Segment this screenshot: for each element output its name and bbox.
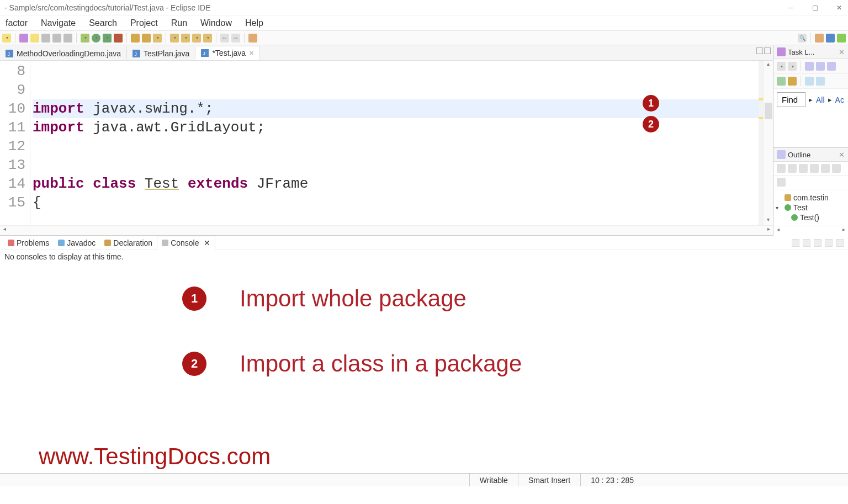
menu-window[interactable]: Window: [195, 16, 237, 30]
tab-console[interactable]: Console ✕: [157, 236, 215, 250]
close-view-icon[interactable]: ✕: [839, 151, 845, 159]
pin-console-icon[interactable]: [792, 239, 799, 247]
scrollbar-track[interactable]: [764, 70, 773, 216]
pin-icon[interactable]: [248, 34, 257, 43]
code-line[interactable]: [33, 62, 759, 81]
overview-ruler[interactable]: [759, 61, 763, 225]
open-task-icon[interactable]: [19, 34, 28, 43]
hide-static-icon[interactable]: [799, 164, 808, 173]
scrollbar-track[interactable]: [782, 226, 839, 236]
menu-run[interactable]: Run: [166, 16, 193, 30]
prev-annot-icon[interactable]: ⇦: [220, 34, 229, 43]
tab-problems[interactable]: Problems: [3, 236, 54, 250]
find-all-link[interactable]: All: [816, 96, 825, 104]
focus-icon[interactable]: [827, 62, 836, 71]
open-console-icon[interactable]: [814, 239, 822, 247]
dropdown-icon[interactable]: [788, 62, 797, 71]
schedule-icon[interactable]: [816, 62, 825, 71]
java-perspective-icon[interactable]: [826, 34, 835, 43]
next-annot-icon[interactable]: ⇨: [231, 34, 240, 43]
link-editor-icon[interactable]: [777, 178, 786, 187]
scroll-right-icon[interactable]: ▸: [839, 226, 848, 236]
outline-scrollbar[interactable]: ◂ ▸: [773, 226, 848, 236]
outline-item-class[interactable]: ▾ Test: [769, 203, 846, 213]
tab-declaration[interactable]: Declaration: [100, 236, 157, 250]
outline-item-method[interactable]: Test(): [776, 213, 846, 222]
scroll-down-icon[interactable]: ▾: [764, 216, 773, 225]
focus-icon[interactable]: [832, 164, 841, 173]
menu-navigate[interactable]: Navigate: [35, 16, 81, 30]
open-type-icon[interactable]: [153, 34, 162, 43]
code-area[interactable]: import javax.swing.*;import java.awt.Gri…: [30, 61, 759, 225]
menu-search[interactable]: Search: [83, 16, 123, 30]
annotation-marker[interactable]: [759, 117, 763, 119]
menu-refactor[interactable]: factor: [0, 16, 33, 30]
menu-help[interactable]: Help: [240, 16, 269, 30]
code-editor[interactable]: 8 9 10 11 12 13 14 15 import javax.swing…: [0, 61, 773, 225]
editor-tab-methodoverloading[interactable]: J MethodOverloadingDemo.java: [0, 47, 127, 60]
sort-icon[interactable]: [777, 164, 786, 173]
coverage-icon[interactable]: [103, 34, 112, 43]
close-icon[interactable]: ✕: [835, 4, 844, 12]
close-tab-icon[interactable]: ✕: [249, 50, 254, 57]
horizontal-scrollbar[interactable]: ◂ ▸: [0, 225, 773, 235]
minimize-icon[interactable]: ─: [786, 4, 795, 12]
close-tab-icon[interactable]: ✕: [204, 238, 210, 247]
scroll-left-icon[interactable]: ◂: [773, 226, 782, 236]
maximize-icon[interactable]: [836, 239, 844, 247]
scroll-up-icon[interactable]: ▴: [764, 61, 773, 70]
hide-nonpublic-icon[interactable]: [810, 164, 819, 173]
scrollbar-thumb[interactable]: [765, 103, 772, 119]
hide-fields-icon[interactable]: [788, 164, 797, 173]
sync-icon[interactable]: [805, 77, 814, 86]
editor-tab-testplan[interactable]: J TestPlan.java: [127, 47, 195, 60]
external-tools-icon[interactable]: [114, 34, 123, 43]
console-icon: [162, 240, 168, 246]
twisty-icon[interactable]: ▾: [776, 205, 782, 211]
collapse-all-icon[interactable]: [816, 77, 825, 86]
toggle-mark-icon[interactable]: [192, 34, 201, 43]
editor-tab-test[interactable]: J *Test.java ✕: [195, 46, 260, 60]
menu-project[interactable]: Project: [125, 16, 163, 30]
new-task-icon[interactable]: [777, 62, 786, 71]
last-edit-icon[interactable]: [203, 34, 212, 43]
close-view-icon[interactable]: ✕: [839, 48, 845, 56]
maximize-icon[interactable]: [764, 47, 771, 54]
vertical-scrollbar[interactable]: ▴ ▾: [763, 61, 773, 225]
scroll-left-icon[interactable]: ◂: [0, 226, 9, 235]
code-line[interactable]: {: [33, 193, 759, 212]
hide-local-icon[interactable]: [821, 164, 830, 173]
code-line[interactable]: [33, 156, 759, 174]
minimize-icon[interactable]: [756, 47, 763, 54]
nav-back-icon[interactable]: [170, 34, 179, 43]
maximize-icon[interactable]: ▢: [810, 4, 819, 12]
minimize-icon[interactable]: [825, 239, 833, 247]
debug-icon[interactable]: [81, 34, 89, 43]
edit-icon[interactable]: [30, 34, 39, 43]
new-icon[interactable]: [2, 34, 11, 43]
filter-icon[interactable]: [777, 77, 786, 86]
find-input[interactable]: [777, 92, 805, 107]
new-package-icon[interactable]: [131, 34, 140, 43]
connect-icon[interactable]: [41, 34, 50, 43]
run-icon[interactable]: [92, 34, 100, 43]
search-icon[interactable]: 🔍: [798, 34, 807, 43]
find-activate-link[interactable]: Ac: [835, 96, 844, 104]
debug-perspective-icon[interactable]: [837, 34, 846, 43]
annotation-marker[interactable]: [759, 98, 763, 100]
outline-tree[interactable]: com.testin ▾ Test Test(): [773, 189, 848, 226]
build-icon[interactable]: [52, 34, 61, 43]
nav-fwd-icon[interactable]: [181, 34, 190, 43]
tab-javadoc[interactable]: Javadoc: [54, 236, 100, 250]
categorize-icon[interactable]: [805, 62, 814, 71]
outline-item-package[interactable]: com.testin: [776, 193, 846, 203]
list-icon[interactable]: [63, 34, 72, 43]
code-line[interactable]: [33, 137, 759, 156]
hide-icon[interactable]: [788, 77, 797, 86]
code-line[interactable]: public class Test extends JFrame: [33, 174, 759, 193]
new-class-icon[interactable]: [142, 34, 151, 43]
scroll-right-icon[interactable]: ▸: [764, 226, 773, 235]
scrollbar-track[interactable]: [9, 226, 764, 235]
perspective-open-icon[interactable]: [815, 34, 824, 43]
display-selected-icon[interactable]: [803, 239, 810, 247]
